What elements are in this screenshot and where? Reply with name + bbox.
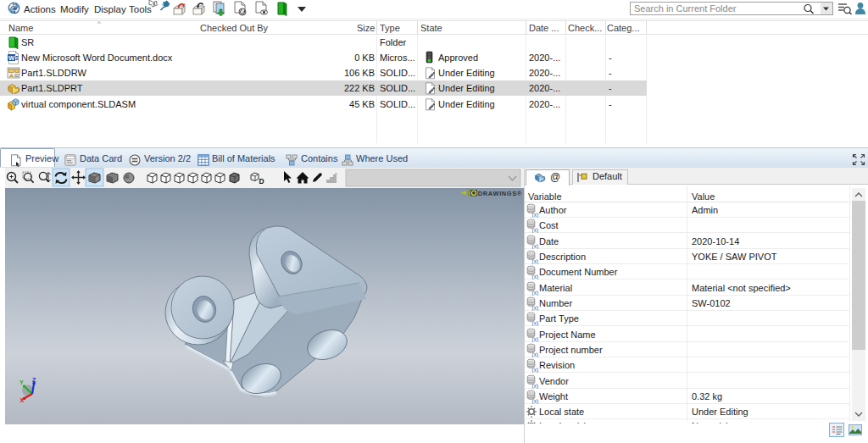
- svg-text:D: D: [259, 177, 264, 186]
- svg-text:W: W: [8, 54, 15, 62]
